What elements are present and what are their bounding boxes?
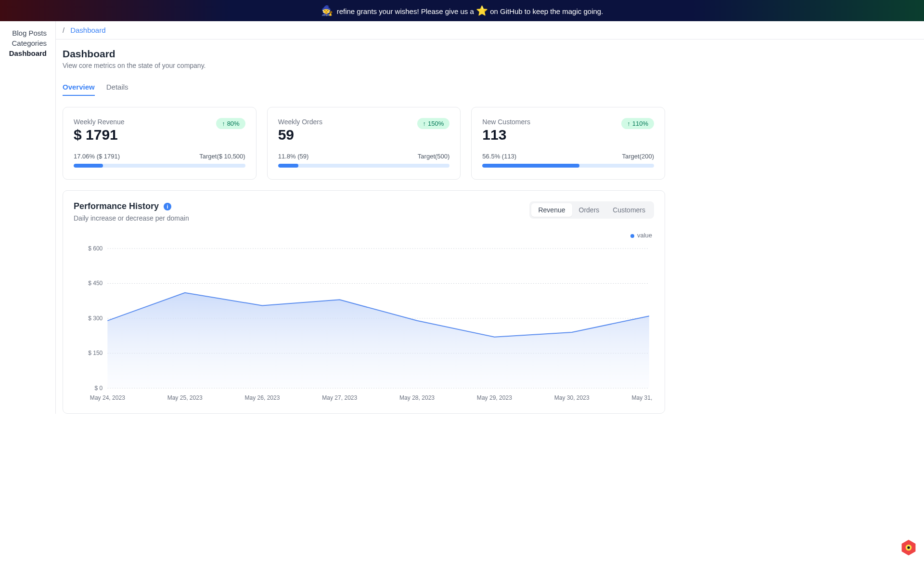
info-icon[interactable]: i (164, 203, 171, 210)
kpi-title: Weekly Revenue (74, 118, 125, 126)
x-tick-label: May 26, 2023 (244, 394, 280, 401)
kpi-value: 113 (482, 127, 530, 143)
performance-panel: Performance History i Daily increase or … (63, 190, 665, 414)
breadcrumb-current[interactable]: Dashboard (70, 26, 105, 34)
kpi-delta-badge: ↑80% (216, 118, 245, 129)
kpi-title: Weekly Orders (278, 118, 322, 126)
x-tick-label: May 25, 2023 (167, 394, 203, 401)
kpi-progress-left: 56.5% (113) (482, 153, 516, 160)
kpi-delta-badge: ↑110% (621, 118, 654, 129)
kpi-progress-bar (278, 164, 450, 168)
tab-bar: OverviewDetails (63, 83, 665, 96)
panel-title: Performance History (74, 201, 159, 211)
seg-orders[interactable]: Orders (572, 203, 606, 217)
kpi-progress-right: Target($ 10,500) (199, 153, 245, 160)
kpi-value: 59 (278, 127, 322, 143)
kpi-row: Weekly Revenue$ 1791↑80%17.06% ($ 1791)T… (63, 107, 665, 180)
kpi-progress-right: Target(200) (622, 153, 654, 160)
x-tick-label: May 28, 2023 (399, 394, 435, 401)
breadcrumb-separator: / (63, 26, 64, 34)
x-tick-label: May 24, 2023 (90, 394, 125, 401)
sidebar: Blog PostsCategoriesDashboard (0, 21, 56, 414)
arrow-up-icon: ↑ (627, 120, 630, 127)
chart-legend: value (74, 232, 654, 239)
x-tick-label: May 31, 2023 (631, 394, 654, 401)
banner-text: refine grants your wishes! Please give u… (337, 5, 603, 16)
kpi-progress-bar (74, 164, 245, 168)
sidebar-item-blog-posts[interactable]: Blog Posts (0, 28, 55, 38)
y-tick-label: $ 450 (88, 280, 103, 287)
seg-revenue[interactable]: Revenue (531, 203, 572, 217)
kpi-card: Weekly Orders59↑150%11.8% (59)Target(500… (267, 107, 461, 180)
kpi-progress-bar (482, 164, 654, 168)
arrow-up-icon: ↑ (423, 120, 426, 127)
kpi-card: Weekly Revenue$ 1791↑80%17.06% ($ 1791)T… (63, 107, 257, 180)
wizard-icon: 🧙 (321, 5, 333, 16)
sidebar-item-categories[interactable]: Categories (0, 38, 55, 48)
legend-label: value (637, 232, 652, 239)
seg-customers[interactable]: Customers (606, 203, 652, 217)
y-tick-label: $ 600 (88, 245, 103, 252)
panel-subtitle: Daily increase or decrease per domain (74, 214, 189, 222)
arrow-up-icon: ↑ (222, 120, 225, 127)
sidebar-item-dashboard[interactable]: Dashboard (0, 48, 55, 58)
page-title: Dashboard (63, 48, 665, 60)
star-icon: ⭐ (476, 5, 488, 16)
y-tick-label: $ 150 (88, 350, 103, 357)
kpi-progress-right: Target(500) (418, 153, 449, 160)
promo-banner[interactable]: 🧙 refine grants your wishes! Please give… (0, 0, 924, 21)
tab-details[interactable]: Details (106, 83, 128, 96)
x-tick-label: May 29, 2023 (477, 394, 512, 401)
chart-segmented-control: RevenueOrdersCustomers (529, 201, 654, 219)
x-tick-label: May 30, 2023 (554, 394, 590, 401)
tab-overview[interactable]: Overview (63, 83, 95, 96)
kpi-card: New Customers113↑110%56.5% (113)Target(2… (471, 107, 665, 180)
kpi-progress-left: 11.8% (59) (278, 153, 309, 160)
y-tick-label: $ 300 (88, 315, 103, 322)
kpi-progress-left: 17.06% ($ 1791) (74, 153, 120, 160)
page-subtitle: View core metrics on the state of your c… (63, 62, 665, 69)
x-tick-label: May 27, 2023 (322, 394, 357, 401)
kpi-delta-badge: ↑150% (417, 118, 450, 129)
kpi-title: New Customers (482, 118, 530, 126)
performance-chart: $ 0$ 150$ 300$ 450$ 600May 24, 2023May 2… (74, 239, 654, 403)
legend-dot-icon (630, 234, 634, 238)
y-tick-label: $ 0 (95, 385, 103, 392)
kpi-value: $ 1791 (74, 127, 125, 143)
breadcrumb: / Dashboard (56, 21, 924, 39)
